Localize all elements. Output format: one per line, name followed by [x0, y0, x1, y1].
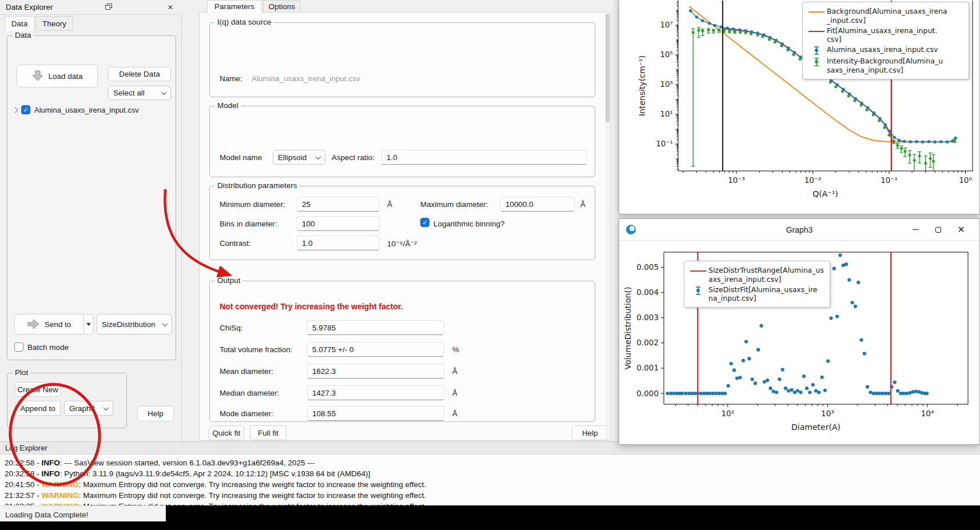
svg-text:10⁻²: 10⁻² — [804, 176, 822, 185]
intensity_plot-legend: Background[Alumina_usaxs_irena _input.cs… — [802, 2, 969, 79]
legend-label: Alumina_usaxs_irena_input.csv — [827, 45, 938, 54]
send-to-menu-arrow[interactable] — [84, 314, 94, 334]
svg-text:0.005: 0.005 — [636, 262, 659, 272]
load-data-arrow-icon — [31, 70, 44, 82]
median-diameter-field[interactable]: 1427.3 — [307, 385, 444, 400]
chisq-field[interactable]: 5.9785 — [307, 320, 444, 335]
append-target-dropdown[interactable]: Graph3 — [64, 401, 113, 416]
legend-errorbar-icon — [806, 45, 827, 55]
legend-label: SizeDistrFit[Alumina_usaxs_ire na_input.… — [708, 285, 818, 304]
model-group: Model Model name Ellipsoid Aspect ratio:… — [209, 106, 595, 177]
max-diameter-label: Maximum diameter: — [420, 200, 488, 209]
chisq-label: ChiSq: — [220, 324, 243, 332]
batch-mode-label: Batch mode — [27, 343, 69, 352]
float-panel-icon[interactable] — [103, 3, 114, 11]
mode-diameter-unit: Å — [452, 409, 457, 418]
legend-entry: Alumina_usaxs_irena_input.csv — [806, 45, 964, 55]
svg-text:0.003: 0.003 — [636, 313, 659, 322]
contrast-unit: 10⁻⁶/Å⁻² — [387, 239, 417, 248]
create-new-plot-button[interactable]: Create New — [15, 382, 61, 397]
perspective-dropdown[interactable]: SizeDistribution — [97, 314, 172, 334]
max-diameter-unit: Å — [580, 200, 585, 209]
send-to-button[interactable]: Send to — [14, 314, 84, 334]
svg-text:VolumeDistribution(): VolumeDistribution() — [623, 287, 632, 370]
send-to-split-button[interactable]: Send to — [14, 314, 94, 334]
name-value: Alumina_usaxs_irena_input.csv — [252, 74, 360, 83]
log-entry: 21:32:57 - WARNING: Maximum Entropy did … — [5, 491, 426, 500]
output-group: Output Not converged! Try increasing the… — [209, 281, 595, 422]
svg-text:10⁴: 10⁴ — [921, 409, 934, 418]
data-explorer-panel: Data Explorer ✕ Data Theory Data Load da… — [0, 0, 182, 441]
load-data-button[interactable]: Load data — [17, 65, 98, 87]
black-mask-bottom — [0, 521, 980, 530]
model-name-dropdown[interactable]: Ellipsoid — [273, 150, 325, 165]
total-volume-fraction-unit: % — [452, 345, 459, 354]
panel-scrollbar[interactable] — [605, 14, 609, 439]
chevron-down-icon — [103, 405, 109, 411]
close-panel-icon[interactable]: ✕ — [165, 3, 176, 11]
name-label: Name: — [220, 74, 242, 83]
svg-text:10⁻¹: 10⁻¹ — [656, 139, 673, 148]
max-diameter-field[interactable]: 10000.0 — [500, 197, 575, 212]
batch-mode-checkbox[interactable] — [14, 342, 23, 352]
mode-diameter-field[interactable]: 108.55 — [307, 406, 444, 421]
total-volume-fraction-field[interactable]: 5.0775 +/- 0 — [307, 342, 444, 357]
sasview-logo-icon — [626, 225, 636, 234]
bins-label: Bins in diameter: — [220, 220, 277, 228]
model-name-label: Model name — [220, 153, 262, 162]
min-diameter-field[interactable]: 25 — [297, 197, 380, 212]
aspect-ratio-label: Aspect ratio: — [332, 153, 375, 162]
mean-diameter-field[interactable]: 1622.3 — [307, 364, 444, 378]
legend-label: SizeDistrTrustRange[Alumina_us axs_irena… — [708, 266, 824, 284]
full-fit-button[interactable]: Full fit — [250, 425, 286, 440]
tab-parameters[interactable]: Parameters — [207, 0, 262, 13]
delete-data-button[interactable]: Delete Data — [108, 67, 171, 81]
tab-options[interactable]: Options — [263, 0, 301, 13]
data-group-label: Data — [13, 31, 34, 39]
dropdown-arrow-icon — [86, 323, 91, 326]
svg-text:0.000: 0.000 — [636, 389, 659, 398]
legend-errorbar-icon — [806, 57, 827, 67]
expand-chevron-icon[interactable] — [13, 107, 18, 113]
batch-mode-row[interactable]: Batch mode — [14, 342, 69, 352]
data-group: Data Load data Delete Data Select all ✓ … — [7, 35, 176, 360]
aspect-ratio-field[interactable]: 1.0 — [381, 150, 587, 165]
data-explorer-title: Data Explorer — [6, 3, 53, 11]
chevron-down-icon — [161, 89, 167, 95]
graph3-titlebar[interactable]: Graph3 ✕ — [619, 219, 979, 241]
graph3-window: Graph3 ✕ 10²10³10⁴0.0000.0010.0020.0030.… — [619, 218, 980, 445]
svg-text:10⁷: 10⁷ — [660, 20, 673, 29]
median-diameter-label: Median diameter: — [220, 389, 279, 397]
log-entry: 20:41:50 - WARNING: Maximum Entropy did … — [5, 480, 426, 489]
legend-entry: Background[Alumina_usaxs_irena _input.cs… — [806, 7, 964, 25]
log-entry: 20:32:58 - INFO: Python: 3.11.9 (tags/v3… — [5, 469, 370, 478]
minimize-icon[interactable] — [904, 221, 927, 238]
contrast-field[interactable]: 1.0 — [297, 236, 380, 250]
distribution-parameters-group: Distribution parameters Minimum diameter… — [209, 186, 595, 260]
file-checkbox[interactable]: ✓ — [21, 105, 30, 114]
svg-text:0.002: 0.002 — [636, 338, 659, 347]
data-tree-item[interactable]: ✓ Alumina_usaxs_irena_input.csv — [13, 103, 171, 116]
data-explorer-help-button[interactable]: Help — [137, 406, 174, 421]
scrollbar-thumb[interactable] — [605, 14, 609, 122]
tab-data[interactable]: Data — [5, 16, 34, 31]
tab-theory[interactable]: Theory — [35, 16, 73, 31]
sasview-application: Data Explorer ✕ Data Theory Data Load da… — [0, 0, 980, 530]
quick-fit-button[interactable]: Quick fit — [209, 425, 244, 440]
append-to-plot-button[interactable]: Append to — [15, 401, 61, 416]
perspective-help-button[interactable]: Help — [572, 425, 608, 440]
svg-text:10³: 10³ — [660, 79, 673, 89]
close-icon[interactable]: ✕ — [950, 221, 973, 238]
svg-text:10⁻¹: 10⁻¹ — [881, 176, 898, 185]
bins-field[interactable]: 100 — [297, 216, 380, 231]
legend-entry: Intensity-Background[Alumina_u saxs_iren… — [806, 57, 964, 75]
svg-text:10⁻³: 10⁻³ — [728, 176, 745, 185]
legend-label: Intensity-Background[Alumina_u saxs_iren… — [827, 57, 943, 75]
data-explorer-titlebar[interactable]: Data Explorer ✕ — [0, 0, 182, 15]
select-all-dropdown[interactable]: Select all — [108, 86, 171, 100]
mean-diameter-unit: Å — [452, 367, 457, 376]
plot-group-label: Plot — [13, 368, 30, 377]
maximize-icon[interactable] — [927, 221, 950, 238]
svg-text:10¹: 10¹ — [660, 109, 673, 118]
log-binning-checkbox[interactable]: ✓ — [420, 218, 429, 227]
